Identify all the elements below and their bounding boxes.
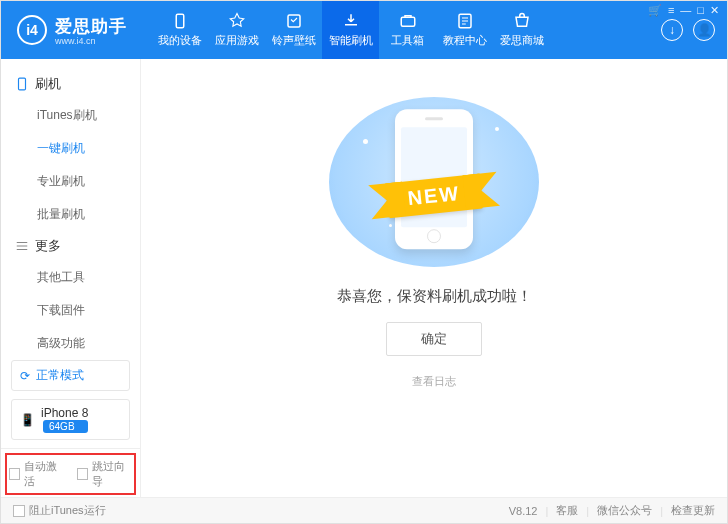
tab-label: 我的设备 — [158, 33, 202, 48]
close-button[interactable]: ✕ — [710, 4, 719, 17]
sidebar: 刷机 iTunes刷机一键刷机专业刷机批量刷机 更多 其他工具下载固件高级功能 … — [1, 59, 141, 497]
main-panel: NEW 恭喜您，保资料刷机成功啦！ 确定 查看日志 — [141, 59, 727, 497]
tab-label: 智能刷机 — [329, 33, 373, 48]
tab-icon — [284, 12, 304, 30]
titlebar: 🛒 ≡ — □ ✕ i4 爱思助手 www.i4.cn 我的设备应用游戏铃声壁纸… — [1, 1, 727, 59]
header-actions: ↓ 👤 — [661, 19, 715, 41]
window-controls: 🛒 ≡ — □ ✕ — [648, 4, 719, 17]
device-name: iPhone 8 — [41, 406, 88, 420]
list-icon — [15, 239, 29, 253]
confirm-button[interactable]: 确定 — [386, 322, 482, 356]
skip-setup-checkbox[interactable]: 跳过向导 — [77, 459, 133, 489]
user-icon[interactable]: 👤 — [693, 19, 715, 41]
body: 刷机 iTunes刷机一键刷机专业刷机批量刷机 更多 其他工具下载固件高级功能 … — [1, 59, 727, 497]
tab-3[interactable]: 智能刷机 — [322, 1, 379, 59]
main-tabs: 我的设备应用游戏铃声壁纸智能刷机工具箱教程中心爱思商城 — [151, 1, 550, 59]
tab-icon — [512, 12, 532, 30]
device-icon: 📱 — [20, 413, 35, 427]
tab-2[interactable]: 铃声壁纸 — [265, 1, 322, 59]
mode-label: 正常模式 — [36, 367, 84, 384]
support-link[interactable]: 客服 — [556, 503, 578, 518]
logo-mark-icon: i4 — [17, 15, 47, 45]
tab-label: 教程中心 — [443, 33, 487, 48]
success-illustration: NEW — [329, 97, 539, 267]
sidebar-section-more: 更多 — [1, 231, 140, 261]
sidebar-section-title: 更多 — [35, 237, 61, 255]
minimize-button[interactable]: — — [680, 4, 691, 17]
tab-icon — [227, 12, 247, 30]
tab-label: 爱思商城 — [500, 33, 544, 48]
tab-0[interactable]: 我的设备 — [151, 1, 208, 59]
sidebar-item[interactable]: 专业刷机 — [1, 165, 140, 198]
sidebar-item[interactable]: 高级功能 — [1, 327, 140, 360]
statusbar: 阻止iTunes运行 V8.12| 客服| 微信公众号| 检查更新 — [1, 497, 727, 523]
wechat-link[interactable]: 微信公众号 — [597, 503, 652, 518]
download-icon[interactable]: ↓ — [661, 19, 683, 41]
tab-4[interactable]: 工具箱 — [379, 1, 436, 59]
tab-icon — [341, 12, 361, 30]
check-update-link[interactable]: 检查更新 — [671, 503, 715, 518]
tab-5[interactable]: 教程中心 — [436, 1, 493, 59]
app-title: 爱思助手 — [55, 17, 127, 36]
tab-label: 应用游戏 — [215, 33, 259, 48]
app-url: www.i4.cn — [55, 36, 127, 46]
sidebar-section-title: 刷机 — [35, 75, 61, 93]
success-message: 恭喜您，保资料刷机成功啦！ — [337, 287, 532, 306]
tab-icon — [170, 12, 190, 30]
maximize-button[interactable]: □ — [697, 4, 704, 17]
device-storage-badge: 64GB — [43, 420, 88, 433]
app-window: 🛒 ≡ — □ ✕ i4 爱思助手 www.i4.cn 我的设备应用游戏铃声壁纸… — [0, 0, 728, 524]
auto-activate-checkbox[interactable]: 自动激活 — [9, 459, 65, 489]
sidebar-item[interactable]: iTunes刷机 — [1, 99, 140, 132]
tab-label: 工具箱 — [391, 33, 424, 48]
tab-label: 铃声壁纸 — [272, 33, 316, 48]
tab-1[interactable]: 应用游戏 — [208, 1, 265, 59]
refresh-icon: ⟳ — [20, 369, 30, 383]
view-log-link[interactable]: 查看日志 — [412, 374, 456, 389]
phone-icon — [15, 77, 29, 91]
version-label: V8.12 — [509, 505, 538, 517]
option-checkboxes: 自动激活 跳过向导 — [1, 448, 140, 499]
svg-rect-2 — [401, 17, 415, 26]
sidebar-item[interactable]: 一键刷机 — [1, 132, 140, 165]
cart-icon[interactable]: 🛒 — [648, 4, 662, 17]
tab-icon — [455, 12, 475, 30]
sidebar-section-flash: 刷机 — [1, 69, 140, 99]
menu-icon[interactable]: ≡ — [668, 4, 674, 17]
block-itunes-checkbox[interactable]: 阻止iTunes运行 — [13, 503, 106, 518]
mode-indicator[interactable]: ⟳ 正常模式 — [11, 360, 130, 391]
sidebar-item[interactable]: 批量刷机 — [1, 198, 140, 231]
sidebar-item[interactable]: 下载固件 — [1, 294, 140, 327]
app-logo: i4 爱思助手 www.i4.cn — [17, 15, 127, 46]
svg-rect-0 — [176, 14, 184, 28]
tab-icon — [398, 12, 418, 30]
sidebar-item[interactable]: 其他工具 — [1, 261, 140, 294]
tab-6[interactable]: 爱思商城 — [493, 1, 550, 59]
svg-rect-4 — [19, 78, 26, 90]
device-indicator[interactable]: 📱 iPhone 8 64GB — [11, 399, 130, 440]
